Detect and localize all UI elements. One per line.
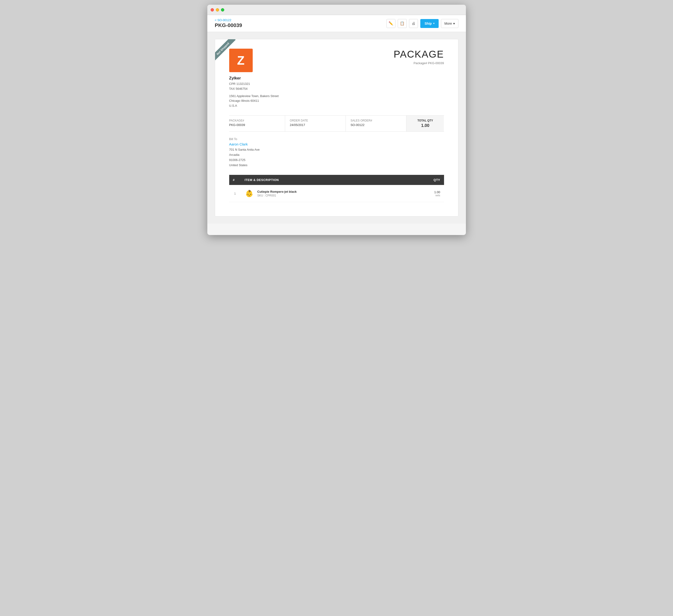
ship-caret: ▾ (433, 22, 434, 25)
bill-address-line1: 701 N Santa Anita Ave (229, 147, 444, 152)
print-button[interactable]: 🖨 (409, 19, 418, 28)
bill-to-label: Bill To (229, 137, 444, 141)
meta-package-label: Package# (229, 119, 285, 122)
row-qty: 1.00 sets (405, 185, 444, 202)
meta-sales-order-value: SO-00122 (351, 123, 406, 127)
row-product-cell: 👶 Cutiepie Rompers-jet black SKU : CPR00… (241, 185, 405, 202)
product-sku: SKU : CPR001 (257, 194, 297, 197)
meta-order-date-label: Order Date (290, 119, 346, 122)
maximize-button[interactable] (221, 8, 224, 12)
col-qty: QTY (405, 175, 444, 185)
meta-total-qty-value: 1.00 (411, 123, 439, 128)
bill-to-name[interactable]: Aaron Clark (229, 142, 444, 146)
company-address3: U.S.A (229, 103, 279, 108)
titlebar (207, 5, 466, 15)
header-left: < SO-00122 PKG-00039 (215, 18, 242, 28)
product-name: Cutiepie Rompers-jet black (257, 190, 297, 194)
bill-address-line4: United States (229, 163, 444, 168)
company-name: Zylker (229, 76, 279, 81)
items-table: # ITEM & DESCRIPTION QTY 1 👶 Cutiepie Ro… (229, 175, 444, 202)
document-package-num: Package# PKG-00039 (394, 61, 444, 65)
traffic-lights (211, 8, 224, 12)
meta-order-date: Order Date 24/05/2017 (285, 116, 346, 131)
product-icon: 👶 (245, 189, 254, 198)
document-card: Not Shipped Z Zylker CPR 11321321 TAX 56… (215, 39, 458, 217)
company-address1: 1561 Appleview Town, Bakers Street (229, 94, 279, 99)
row-num: 1 (229, 185, 241, 202)
ship-button[interactable]: Ship ▾ (420, 19, 438, 28)
meta-total-qty-label: TOTAL QTY (411, 119, 439, 122)
document-icon: 📋 (400, 21, 405, 26)
meta-package-num: Package# PKG-00039 (229, 116, 285, 131)
close-button[interactable] (211, 8, 214, 12)
meta-sales-order: Sales Order# SO-00122 (346, 116, 406, 131)
more-caret: ▾ (453, 22, 455, 25)
back-link[interactable]: < SO-00122 (215, 18, 242, 22)
page-title: PKG-00039 (215, 22, 242, 28)
header-right: ✏️ 📋 🖨 Ship ▾ More ▾ (387, 19, 458, 28)
company-info: Zylker CPR 11321321 TAX 5646754 1561 App… (229, 76, 279, 108)
table-row: 1 👶 Cutiepie Rompers-jet black SKU : CPR… (229, 185, 444, 202)
col-hash: # (229, 175, 241, 185)
app-window: < SO-00122 PKG-00039 ✏️ 📋 🖨 Ship ▾ More … (207, 5, 466, 235)
table-header-row: # ITEM & DESCRIPTION QTY (229, 175, 444, 185)
bill-address-line3: 91006-2725 (229, 158, 444, 163)
header-bar: < SO-00122 PKG-00039 ✏️ 📋 🖨 Ship ▾ More … (207, 15, 466, 32)
more-button[interactable]: More ▾ (441, 19, 458, 28)
meta-order-date-value: 24/05/2017 (290, 123, 346, 127)
edit-button[interactable]: ✏️ (387, 19, 395, 28)
bill-section: Bill To Aaron Clark 701 N Santa Anita Av… (229, 137, 444, 168)
document-button[interactable]: 📋 (398, 19, 407, 28)
minimize-button[interactable] (216, 8, 219, 12)
doc-top: Z Zylker CPR 11321321 TAX 5646754 1561 A… (229, 49, 444, 108)
meta-sales-order-label: Sales Order# (351, 119, 406, 122)
ship-label: Ship (425, 22, 432, 25)
doc-title-area: PACKAGE Package# PKG-00039 (394, 49, 444, 65)
ribbon-wrapper: Not Shipped (215, 39, 243, 67)
more-label: More (445, 22, 452, 25)
company-cpf: CPR 11321321 (229, 81, 279, 86)
content-area: Not Shipped Z Zylker CPR 11321321 TAX 56… (207, 32, 466, 224)
company-tax: TAX 5646754 (229, 86, 279, 91)
bill-address: 701 N Santa Anita Ave Arcadia 91006-2725… (229, 147, 444, 168)
status-ribbon: Not Shipped (215, 39, 236, 61)
company-address2: Chicago Illinois 60411 (229, 98, 279, 103)
print-icon: 🖨 (412, 21, 415, 26)
meta-package-value: PKG-00039 (229, 123, 285, 127)
meta-total-qty: TOTAL QTY 1.00 (406, 116, 444, 131)
col-item-description: ITEM & DESCRIPTION (241, 175, 405, 185)
meta-row: Package# PKG-00039 Order Date 24/05/2017… (229, 115, 444, 131)
bill-address-line2: Arcadia (229, 152, 444, 158)
edit-icon: ✏️ (389, 21, 393, 26)
document-title: PACKAGE (394, 49, 444, 60)
